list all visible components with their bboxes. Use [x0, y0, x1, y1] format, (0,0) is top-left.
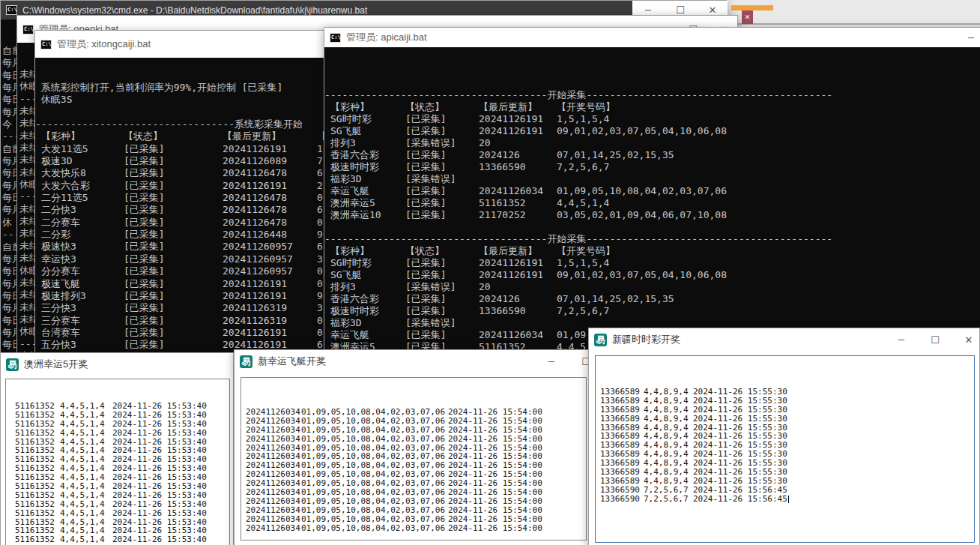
column-header: 【最后更新】 — [479, 101, 537, 113]
result-row: 2024112603401,09,05,10,08,04,02,03,07,06… — [241, 515, 586, 524]
lottery-name: 二分彩 — [41, 229, 70, 241]
status-cell: [已采集] — [405, 149, 447, 161]
window-title-jihuarenwu: C:\Windows\system32\cmd.exe - D:\BaiduNe… — [22, 5, 367, 16]
updated-cell: 20241126191 — [223, 290, 287, 302]
updated-cell: 20241126478 — [223, 167, 287, 179]
result-row: 511613524,4,5,1,42024-11-26 15:53:40 — [6, 420, 229, 429]
numbers-cell: 4,4,5,1,4 — [557, 197, 609, 209]
updated-cell: 20241126034 — [479, 185, 543, 197]
column-header: 【状态】 — [405, 245, 444, 257]
excel-close-button[interactable]: ✕ — [742, 10, 753, 24]
updated-cell: 20241126319 — [223, 315, 287, 327]
status-cell: [已采集] — [124, 217, 165, 229]
result-row: 511613524,4,5,1,42024-11-26 15:53:40 — [6, 491, 229, 500]
desktop: C:\ C:\Windows\system32\cmd.exe - D:\Bai… — [0, 0, 980, 545]
time-cell: 2024-11-26 15:54:00 — [448, 435, 542, 444]
updated-cell: 20 — [479, 281, 491, 293]
result-row: 511613524,4,5,1,42024-11-26 15:53:40 — [6, 411, 229, 420]
aozhou-results-textarea[interactable]: 511613524,4,5,1,42024-11-26 15:53:405116… — [5, 379, 230, 545]
status-cell: [采集错误] — [405, 137, 456, 149]
section-line: --------------------------------------开始… — [324, 233, 980, 245]
window-title-apicaiji: 管理员: apicaiji.bat — [346, 31, 427, 44]
status-cell: [已采集] — [124, 229, 165, 241]
table-row: 排列3[采集错误]20 — [324, 281, 980, 293]
app-icon: 易 — [240, 355, 252, 368]
result-row: 133665894,4,8,9,42024-11-26 15:55:30 — [596, 406, 974, 415]
status-cell: [已采集] — [124, 204, 165, 216]
minimize-button[interactable]: ─ — [536, 350, 567, 373]
result-row: 511613524,4,5,1,42024-11-26 15:53:40 — [6, 429, 229, 438]
column-header: 【开奖号码】 — [557, 101, 615, 113]
close-button[interactable]: ✕ — [953, 328, 980, 351]
lottery-name: 分分赛车 — [41, 265, 80, 277]
lottery-name: 三分快3 — [41, 302, 76, 314]
xinjiang-results-textarea[interactable]: 133665894,4,8,9,42024-11-26 15:55:301336… — [595, 355, 975, 543]
table-row: 极速时时彩[已采集]133665907,2,5,6,7 — [324, 305, 980, 317]
minimize-button[interactable]: ─ — [955, 28, 980, 47]
issue-cell: 51161352 — [15, 509, 55, 518]
numbers-cell: 0 — [317, 278, 323, 290]
issue-cell: 13366590 — [600, 486, 640, 495]
lottery-name: 极速时时彩 — [330, 305, 379, 317]
time-cell: 2024-11-26 15:55:30 — [693, 415, 787, 424]
updated-cell: 20 — [479, 137, 491, 149]
numbers-cell: 01,09,05,10,08,04,02,03,07,06 — [301, 506, 445, 515]
lottery-name: 大发六合彩 — [41, 180, 90, 192]
updated-cell: 21170252 — [479, 209, 526, 221]
numbers-cell: 1 — [317, 143, 323, 155]
lottery-name: 台湾赛车 — [41, 327, 80, 339]
status-cell: [已采集] — [405, 161, 447, 173]
cmd-icon: C:\ — [22, 25, 34, 34]
status-cell: [已采集] — [405, 305, 447, 317]
time-cell: 2024-11-26 15:56:45 — [693, 486, 787, 495]
table-row: 福彩3D[采集错误] — [324, 173, 980, 185]
numbers-cell: 7 — [317, 155, 323, 167]
time-cell: 2024-11-26 15:53:40 — [112, 420, 207, 429]
lottery-name: SG时时彩 — [330, 257, 372, 269]
result-row: 2024112603401,09,05,10,08,04,02,03,07,06… — [241, 524, 586, 533]
updated-cell: 20241126191 — [223, 278, 287, 290]
time-cell: 2024-11-26 15:54:00 — [448, 515, 542, 524]
status-cell: [已采集] — [405, 257, 447, 269]
numbers-cell: 07,01,14,25,02,15,35 — [557, 149, 674, 161]
updated-cell: 202411260957 — [223, 253, 293, 265]
table-row: 澳洲幸运10[已采集]2117025203,05,02,01,09,04,06,… — [324, 209, 980, 221]
lottery-name: 幸运飞艇 — [330, 329, 369, 341]
cmd-icon: C:\ — [6, 5, 17, 15]
status-cell: [已采集] — [124, 339, 165, 351]
numbers-cell: 01,09,05,10,08,04,02,03,07,06 — [301, 435, 445, 444]
updated-cell: 2024126 — [479, 293, 520, 305]
numbers-cell: 01,09,05,10,08,04,02,03,07,06 — [301, 515, 445, 524]
numbers-cell: 01,09,05,10,08,04,02,03,07,06 — [301, 524, 445, 533]
status-cell: [已采集] — [405, 269, 447, 281]
column-header: 【开奖号码】 — [557, 245, 615, 257]
result-row: 133665907,2,5,6,72024-11-26 15:56:45 — [596, 486, 974, 495]
updated-cell: 20241126319 — [223, 302, 287, 314]
result-row: 133665894,4,8,9,42024-11-26 15:55:30 — [596, 477, 974, 486]
updated-cell: 20241126191 — [223, 180, 287, 192]
table-row: SG时时彩[已采集]202411261911,5,1,5,4 — [324, 113, 980, 125]
numbers-cell: 4,4,5,1,4 — [60, 411, 105, 420]
table-row: 香港六合彩[已采集]202412607,01,14,25,02,15,35 — [324, 149, 980, 161]
updated-cell: 202411260957 — [223, 241, 293, 253]
result-row: 2024112603401,09,05,10,08,04,02,03,07,06… — [241, 417, 586, 426]
feiting-results-textarea[interactable]: 2024112603401,09,05,10,08,04,02,03,07,06… — [241, 377, 587, 541]
numbers-cell: 01,09,05,10,08,04,02,03,07,06 — [557, 185, 727, 197]
numbers-cell: 4,4,5,1,4 — [60, 429, 105, 438]
titlebar-apicaiji[interactable]: C:\ 管理员: apicaiji.bat — [324, 28, 980, 47]
numbers-cell: 7,2,5,6,7 — [644, 495, 689, 504]
numbers-cell: 9 — [317, 290, 323, 302]
time-cell: 2024-11-26 15:54:00 — [448, 417, 542, 426]
status-cell: [已采集] — [124, 327, 165, 339]
maximize-button[interactable]: ☐ — [919, 328, 951, 351]
lottery-name: 二分快3 — [41, 204, 76, 216]
titlebar-aozhou[interactable]: 易 澳洲幸运5开奖 — [1, 353, 233, 376]
status-cell: [采集错误] — [405, 281, 456, 293]
issue-cell: 20241126034 — [246, 524, 300, 533]
time-cell: 2024-11-26 15:53:40 — [112, 429, 207, 438]
numbers-cell: 6 — [317, 167, 323, 179]
status-cell: [已采集] — [124, 290, 165, 302]
status-cell: [已采集] — [405, 113, 447, 125]
lottery-name: 极速时时彩 — [330, 161, 379, 173]
minimize-button[interactable]: ─ — [886, 328, 917, 351]
